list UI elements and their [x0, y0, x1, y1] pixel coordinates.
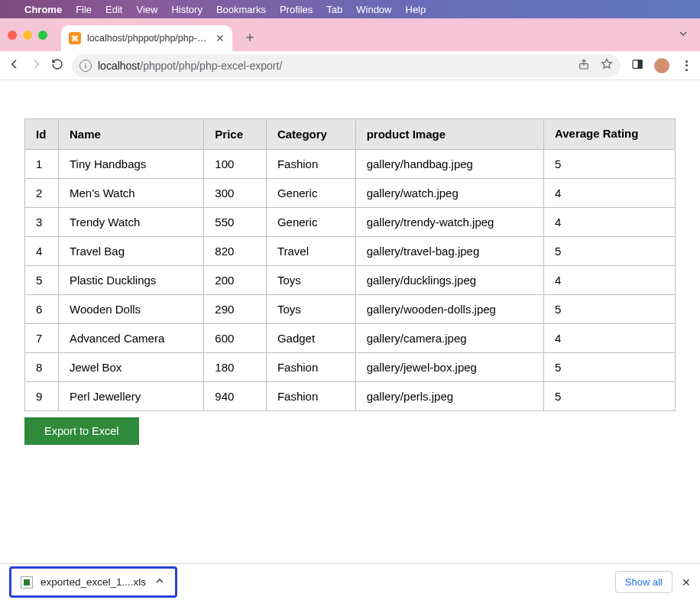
- menubar-tab[interactable]: Tab: [326, 4, 342, 15]
- menubar-bookmarks[interactable]: Bookmarks: [216, 4, 266, 15]
- site-info-icon[interactable]: i: [79, 60, 92, 72]
- cell-name: Jewel Box: [59, 352, 204, 381]
- download-menu-icon[interactable]: [154, 575, 166, 589]
- col-price: Price: [204, 119, 267, 150]
- show-all-downloads-button[interactable]: Show all: [615, 571, 672, 593]
- forward-button[interactable]: [29, 58, 43, 73]
- cell-price: 600: [204, 323, 267, 352]
- table-row: 6Wooden Dolls290Toysgallery/wooden-dolls…: [25, 294, 676, 323]
- download-item[interactable]: exported_excel_1....xls: [9, 566, 177, 598]
- download-filename: exported_excel_1....xls: [41, 576, 146, 588]
- cell-image: gallery/ducklings.jpeg: [355, 265, 543, 294]
- cell-image: gallery/watch.jpeg: [355, 178, 543, 207]
- cell-price: 300: [204, 178, 267, 207]
- new-tab-button[interactable]: ＋: [243, 28, 257, 46]
- chrome-menu-button[interactable]: [680, 60, 692, 71]
- tab-close-button[interactable]: ✕: [216, 32, 225, 44]
- export-to-excel-button[interactable]: Export to Excel: [24, 417, 139, 445]
- table-row: 9Perl Jewellery940Fashiongallery/perls.j…: [25, 381, 676, 410]
- menubar-profiles[interactable]: Profiles: [280, 4, 313, 15]
- cell-name: Travel Bag: [59, 236, 204, 265]
- cell-category: Toys: [266, 294, 355, 323]
- back-button[interactable]: [8, 58, 21, 73]
- cell-price: 100: [204, 149, 267, 178]
- cell-image: gallery/trendy-watch.jpeg: [355, 207, 543, 236]
- browser-tab-strip: ⌘ localhost/phppot/php/php-exc… ✕ ＋: [0, 18, 700, 51]
- menubar-view[interactable]: View: [136, 4, 157, 15]
- menubar-file[interactable]: File: [76, 4, 92, 15]
- menubar-help[interactable]: Help: [406, 4, 426, 15]
- table-row: 2Men's Watch300Genericgallery/watch.jpeg…: [25, 178, 676, 207]
- cell-rating: 5: [543, 294, 675, 323]
- cell-image: gallery/wooden-dolls.jpeg: [355, 294, 543, 323]
- cell-name: Perl Jewellery: [59, 381, 204, 410]
- cell-image: gallery/travel-bag.jpeg: [355, 236, 543, 265]
- window-zoom-button[interactable]: [38, 31, 47, 40]
- url-text: localhost/phppot/php/php-excel-export/: [98, 60, 572, 72]
- cell-price: 200: [204, 265, 267, 294]
- cell-image: gallery/perls.jpeg: [355, 381, 543, 410]
- cell-id: 1: [25, 149, 59, 178]
- col-category: Category: [266, 119, 355, 150]
- cell-image: gallery/jewel-box.jpeg: [355, 352, 543, 381]
- cell-name: Advanced Camera: [59, 323, 204, 352]
- share-icon[interactable]: [578, 58, 590, 73]
- menubar-app-name[interactable]: Chrome: [24, 4, 62, 15]
- cell-id: 6: [25, 294, 59, 323]
- cell-name: Trendy Watch: [59, 207, 204, 236]
- col-image: product Image: [355, 119, 543, 150]
- macos-menubar: Chrome File Edit View History Bookmarks …: [0, 0, 700, 18]
- cell-price: 550: [204, 207, 267, 236]
- cell-price: 940: [204, 381, 267, 410]
- page-content: Id Name Price Category product Image Ave…: [0, 80, 700, 445]
- address-bar[interactable]: i localhost/phppot/php/php-excel-export/: [72, 54, 621, 77]
- cell-rating: 4: [543, 178, 675, 207]
- cell-category: Fashion: [266, 149, 355, 178]
- cell-name: Wooden Dolls: [59, 294, 204, 323]
- menubar-history[interactable]: History: [171, 4, 202, 15]
- menubar-edit[interactable]: Edit: [105, 4, 122, 15]
- table-row: 3Trendy Watch550Genericgallery/trendy-wa…: [25, 207, 676, 236]
- cell-name: Plastic Ducklings: [59, 265, 204, 294]
- xls-file-icon: [21, 576, 33, 589]
- table-row: 8Jewel Box180Fashiongallery/jewel-box.jp…: [25, 352, 676, 381]
- browser-toolbar: i localhost/phppot/php/php-excel-export/: [0, 51, 700, 80]
- table-header-row: Id Name Price Category product Image Ave…: [25, 119, 676, 150]
- reload-button[interactable]: [50, 58, 64, 73]
- cell-id: 7: [25, 323, 59, 352]
- col-name: Name: [59, 119, 204, 150]
- cell-category: Fashion: [266, 381, 355, 410]
- cell-price: 820: [204, 236, 267, 265]
- side-panel-icon[interactable]: [631, 58, 643, 73]
- table-row: 1Tiny Handbags100Fashiongallery/handbag.…: [25, 149, 676, 178]
- browser-tab[interactable]: ⌘ localhost/phppot/php/php-exc… ✕: [61, 25, 232, 51]
- url-path: /phppot/php/php-excel-export/: [140, 60, 282, 72]
- cell-image: gallery/handbag.jpeg: [355, 149, 543, 178]
- window-controls: [8, 31, 47, 40]
- tab-overflow-icon[interactable]: [677, 28, 689, 43]
- cell-rating: 5: [543, 352, 675, 381]
- window-minimize-button[interactable]: [23, 31, 32, 40]
- table-row: 5Plastic Ducklings200Toysgallery/ducklin…: [25, 265, 676, 294]
- col-rating: Average Rating: [543, 119, 675, 150]
- cell-rating: 4: [543, 323, 675, 352]
- cell-category: Toys: [266, 265, 355, 294]
- window-close-button[interactable]: [8, 31, 17, 40]
- cell-rating: 5: [543, 149, 675, 178]
- cell-rating: 4: [543, 207, 675, 236]
- cell-category: Generic: [266, 207, 355, 236]
- url-host: localhost: [98, 60, 140, 72]
- cell-price: 290: [204, 294, 267, 323]
- tab-title: localhost/phppot/php/php-exc…: [87, 33, 209, 44]
- bookmark-icon[interactable]: [601, 58, 613, 73]
- close-downloads-bar-button[interactable]: ✕: [682, 576, 691, 589]
- cell-rating: 5: [543, 236, 675, 265]
- profile-avatar[interactable]: [654, 58, 669, 73]
- cell-rating: 4: [543, 265, 675, 294]
- cell-id: 8: [25, 352, 59, 381]
- downloads-bar: exported_excel_1....xls Show all ✕: [0, 563, 700, 600]
- cell-category: Fashion: [266, 352, 355, 381]
- favicon-icon: ⌘: [69, 32, 81, 44]
- menubar-window[interactable]: Window: [356, 4, 391, 15]
- cell-image: gallery/camera.jpeg: [355, 323, 543, 352]
